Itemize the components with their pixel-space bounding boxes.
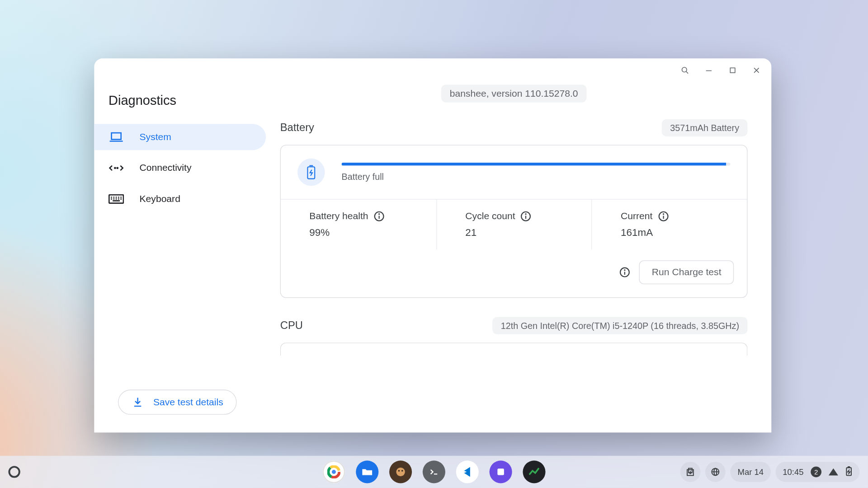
- sidebar-item-system[interactable]: System: [94, 124, 266, 150]
- sidebar-item-keyboard[interactable]: Keyboard: [94, 186, 266, 212]
- svg-rect-6: [112, 133, 121, 140]
- battery-title: Battery: [280, 122, 314, 134]
- minimize-icon[interactable]: [703, 65, 714, 76]
- svg-rect-47: [497, 469, 504, 475]
- launcher-icon[interactable]: [8, 466, 20, 478]
- battery-capacity-chip: 3571mAh Battery: [662, 119, 748, 136]
- svg-point-0: [682, 67, 687, 72]
- svg-point-28: [379, 214, 379, 214]
- main-panel: banshee, version 110.15278.0 Battery 357…: [273, 82, 771, 432]
- cpu-chip: 12th Gen Intel(R) Core(TM) i5-1240P (16 …: [492, 317, 747, 334]
- sidebar-nav: System Connectivity Keyboard: [108, 124, 266, 212]
- svg-point-44: [398, 470, 400, 472]
- version-chip: banshee, version 110.15278.0: [441, 84, 586, 103]
- svg-point-8: [114, 168, 115, 169]
- cpu-card: [280, 343, 748, 356]
- shelf-status-area: Mar 14 10:45 2: [680, 462, 868, 482]
- svg-point-34: [663, 214, 664, 214]
- window-titlebar: [94, 58, 771, 82]
- download-icon: [132, 396, 143, 408]
- info-icon[interactable]: [373, 210, 385, 222]
- info-icon[interactable]: [520, 210, 532, 222]
- svg-point-37: [625, 270, 625, 270]
- shelf-tote-icon[interactable]: [680, 462, 701, 482]
- sidebar: Diagnostics System Connectivity: [94, 82, 273, 432]
- battery-progress: [342, 163, 731, 166]
- battery-section-header: Battery 3571mAh Battery: [280, 119, 748, 136]
- close-icon[interactable]: [751, 65, 762, 76]
- keyboard-icon: [108, 193, 124, 205]
- wifi-icon: [829, 468, 838, 475]
- shelf-apps: [322, 460, 545, 483]
- shelf: Mar 14 10:45 2: [0, 456, 868, 488]
- svg-point-31: [526, 214, 526, 214]
- svg-point-9: [117, 168, 118, 169]
- laptop-icon: [108, 131, 124, 143]
- svg-rect-3: [730, 68, 735, 73]
- app-files-icon[interactable]: [356, 460, 378, 483]
- cpu-section-header: CPU 12th Gen Intel(R) Core(TM) i5-1240P …: [280, 317, 748, 334]
- sidebar-item-connectivity[interactable]: Connectivity: [94, 155, 266, 181]
- shelf-status-tray[interactable]: 10:45 2: [775, 462, 859, 482]
- svg-point-45: [401, 470, 403, 472]
- diagnostics-window: Diagnostics System Connectivity: [94, 58, 771, 432]
- stat-cycle-count: Cycle count 21: [436, 200, 592, 250]
- sidebar-item-label: System: [140, 131, 171, 142]
- search-icon[interactable]: [679, 65, 690, 76]
- stat-label: Current: [621, 211, 652, 222]
- app-brown-icon[interactable]: [389, 460, 412, 483]
- stat-value: 161mA: [621, 227, 747, 239]
- app-chart-icon[interactable]: [523, 460, 545, 483]
- stat-label: Cycle count: [465, 211, 515, 222]
- save-test-details-button[interactable]: Save test details: [118, 389, 237, 414]
- notification-badge: 2: [811, 466, 821, 477]
- battery-charging-icon: [297, 159, 325, 186]
- connectivity-icon: [108, 162, 124, 174]
- app-vscode-icon[interactable]: [456, 460, 479, 483]
- sidebar-item-label: Keyboard: [140, 194, 180, 205]
- save-button-label: Save test details: [153, 397, 223, 408]
- app-purple-icon[interactable]: [490, 460, 512, 483]
- battery-card: Battery full Battery health 99%: [280, 145, 748, 298]
- maximize-icon[interactable]: [727, 65, 738, 76]
- run-charge-test-button[interactable]: Run Charge test: [639, 260, 734, 284]
- stat-battery-health: Battery health 99%: [281, 200, 436, 250]
- sidebar-item-label: Connectivity: [140, 163, 192, 174]
- info-icon[interactable]: [657, 210, 669, 222]
- page-title: Diagnostics: [108, 93, 266, 108]
- info-icon[interactable]: [619, 266, 631, 278]
- app-terminal-icon[interactable]: [423, 460, 445, 483]
- app-chrome-icon[interactable]: [322, 460, 345, 483]
- battery-status-label: Battery full: [342, 172, 731, 182]
- stat-value: 99%: [309, 227, 436, 239]
- shelf-date[interactable]: Mar 14: [731, 462, 771, 482]
- svg-point-43: [396, 468, 405, 476]
- stat-label: Battery health: [309, 211, 368, 222]
- svg-line-1: [686, 71, 688, 73]
- shelf-time: 10:45: [783, 467, 803, 477]
- cpu-title: CPU: [280, 319, 303, 332]
- stat-current: Current 161mA: [591, 200, 747, 250]
- battery-icon: [845, 465, 853, 478]
- stat-value: 21: [465, 227, 591, 239]
- svg-point-42: [331, 469, 336, 474]
- shelf-globe-icon[interactable]: [705, 462, 726, 482]
